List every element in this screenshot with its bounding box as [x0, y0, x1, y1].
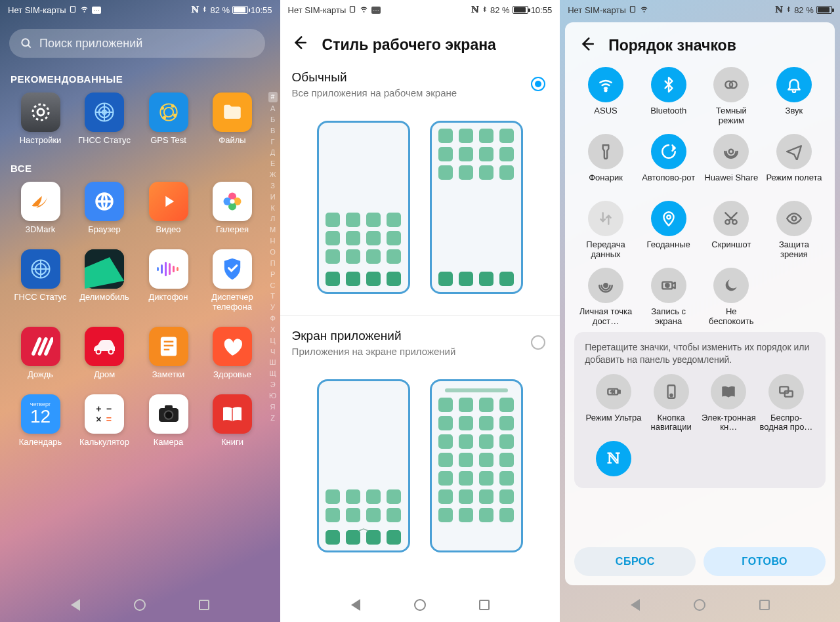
alpha-letter[interactable]: Ж	[268, 170, 278, 180]
phone-app-drawer: Нет SIM-карты ⋯ ℕ 82 % 10:55 Поиск прило…	[0, 0, 280, 622]
globe-icon	[85, 182, 124, 221]
alpha-letter[interactable]: Ю	[268, 391, 278, 401]
alpha-letter[interactable]: Д	[268, 148, 278, 157]
alpha-letter[interactable]: Z	[268, 413, 278, 423]
alpha-letter[interactable]: О	[268, 247, 278, 257]
alpha-letter[interactable]: Ф	[268, 314, 278, 323]
status-bar: Нет SIM-карты ⋯ ℕ 82 % 10:55	[280, 0, 560, 20]
alpha-letter[interactable]: Л	[268, 214, 278, 224]
alpha-letter[interactable]: М	[268, 225, 278, 235]
nav-recent[interactable]	[196, 596, 213, 613]
alpha-letter[interactable]: #	[268, 92, 278, 102]
app-delimobile[interactable]: Делимобиль	[74, 249, 136, 312]
tile-loc[interactable]: Геоданные	[637, 201, 700, 260]
reset-button[interactable]: СБРОС	[574, 547, 696, 576]
tile-data[interactable]: Передача данных	[574, 201, 637, 260]
app-calendar[interactable]: четверг12Календарь	[9, 394, 72, 447]
alpha-letter[interactable]: Б	[268, 115, 278, 125]
tile-rec[interactable]: Запись с экрана	[637, 268, 700, 327]
swift-icon	[21, 182, 60, 221]
alpha-letter[interactable]: К	[268, 203, 278, 213]
mock-phone	[317, 379, 410, 552]
app-camera[interactable]: Камера	[137, 394, 200, 447]
alpha-letter[interactable]: А	[268, 104, 278, 114]
tile-plane[interactable]: Режим полета	[763, 134, 826, 193]
tile-ebook[interactable]: Элек-тронная кн…	[700, 374, 757, 433]
alpha-letter[interactable]: Т	[268, 291, 278, 301]
app-notes[interactable]: Заметки	[137, 327, 200, 380]
hint-box: Перетащите значки, чтобы изменить их пор…	[574, 332, 826, 488]
tile-wifi[interactable]: ASUS	[574, 67, 637, 126]
tile-cast[interactable]: Беспро-водная про…	[757, 374, 815, 433]
app-health[interactable]: Здоровье	[201, 327, 264, 380]
option-standard[interactable]: Обычный Все приложения на рабочем экране	[280, 68, 560, 108]
alpha-letter[interactable]: З	[268, 181, 278, 191]
app-browser[interactable]: Браузер	[74, 182, 136, 235]
app-gnss2[interactable]: ГНСС Статус	[9, 249, 72, 312]
alpha-letter[interactable]: Р	[268, 270, 278, 280]
back-arrow-icon[interactable]	[291, 34, 308, 56]
nfc-icon: ℕ	[596, 441, 631, 476]
tile-moon[interactable]: Не беспокоить	[700, 268, 763, 327]
alpha-letter[interactable]: У	[268, 302, 278, 312]
app-voice-recorder[interactable]: Диктофон	[137, 249, 200, 312]
tile-label: Автопово-рот	[642, 173, 695, 193]
alpha-letter[interactable]: Х	[268, 325, 278, 335]
tile-ultra[interactable]: Режим Ультра	[585, 374, 642, 433]
alpha-index[interactable]: #АБВГДЕЖЗИКЛМНОПРСТУФХЦЧШЩЭЮЯZ	[268, 92, 278, 581]
alpha-letter[interactable]: Н	[268, 236, 278, 246]
nav-back[interactable]	[347, 596, 364, 613]
tile-hotspot[interactable]: Личная точка дост…	[574, 268, 637, 327]
search-input[interactable]: Поиск приложений	[9, 29, 265, 58]
nav-home[interactable]	[691, 596, 708, 613]
svg-text:+: +	[96, 404, 101, 414]
nav-back[interactable]	[627, 596, 644, 613]
app-gnss[interactable]: ГНСС Статус	[74, 93, 136, 146]
svg-text:−: −	[106, 404, 112, 414]
option-drawer[interactable]: Экран приложений Приложения на экране пр…	[280, 326, 560, 366]
back-arrow-icon[interactable]	[578, 35, 595, 55]
tile-eye[interactable]: Защита зрения	[763, 201, 826, 260]
nav-back[interactable]	[67, 596, 84, 613]
tile-rotate[interactable]: Автопово-рот	[637, 134, 700, 193]
app-3dmark[interactable]: 3DMark	[9, 182, 72, 235]
alpha-letter[interactable]: Я	[268, 402, 278, 412]
sim-icon	[348, 5, 356, 15]
alpha-letter[interactable]: С	[268, 281, 278, 291]
alpha-letter[interactable]: Ш	[268, 358, 278, 367]
alpha-letter[interactable]: Щ	[268, 369, 278, 379]
done-button[interactable]: ГОТОВО	[704, 547, 825, 576]
alpha-letter[interactable]: Ц	[268, 336, 278, 346]
app-rain[interactable]: Дождь	[9, 327, 72, 380]
tile-dark[interactable]: Темный режим	[700, 67, 763, 126]
tile-navkey[interactable]: Кнопка навигации	[642, 374, 700, 433]
alpha-letter[interactable]: Г	[268, 137, 278, 147]
svg-point-12	[161, 107, 163, 109]
tile-nfc[interactable]: ℕ	[585, 441, 642, 476]
alpha-letter[interactable]: Е	[268, 159, 278, 169]
tile-bt[interactable]: Bluetooth	[637, 67, 700, 126]
alpha-letter[interactable]: Э	[268, 380, 278, 390]
app-video[interactable]: Видео	[137, 182, 200, 235]
app-phone-manager[interactable]: Диспетчер телефона	[201, 249, 264, 312]
app-books[interactable]: Книги	[201, 394, 264, 447]
nav-home[interactable]	[131, 596, 148, 613]
tile-snip[interactable]: Скриншот	[700, 201, 763, 260]
tile-bell[interactable]: Звук	[763, 67, 826, 126]
alpha-letter[interactable]: В	[268, 126, 278, 136]
tile-share[interactable]: Huawei Share	[700, 134, 763, 193]
app-gallery[interactable]: Галерея	[201, 182, 264, 235]
app-settings[interactable]: Настройки	[9, 93, 72, 146]
nav-home[interactable]	[411, 596, 429, 613]
alpha-letter[interactable]: И	[268, 192, 278, 202]
tile-label: Элек-тронная кн…	[700, 413, 757, 433]
nav-recent[interactable]	[756, 596, 773, 613]
app-gpstest[interactable]: GPS Test	[137, 93, 200, 146]
app-calculator[interactable]: +−×=Калькулятор	[74, 394, 136, 447]
tile-torch[interactable]: Фонарик	[574, 134, 637, 193]
app-drom[interactable]: Дром	[74, 327, 136, 380]
alpha-letter[interactable]: П	[268, 259, 278, 268]
nav-recent[interactable]	[476, 596, 493, 613]
alpha-letter[interactable]: Ч	[268, 347, 278, 357]
app-files[interactable]: Файлы	[201, 93, 264, 146]
